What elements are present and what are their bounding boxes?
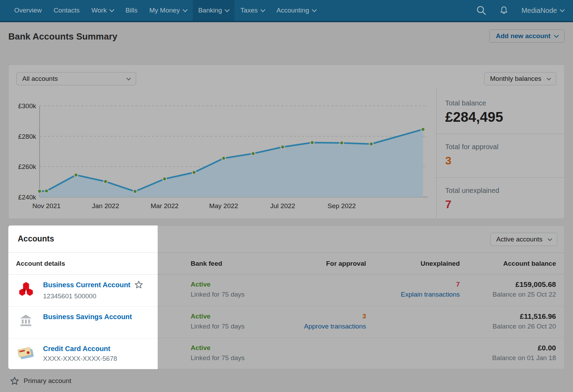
spotlight-accounts-column: Accounts Account details Business Curren… [8, 225, 158, 369]
total-balance-section: Total balance £284,495 [437, 89, 565, 134]
nav-item-overview[interactable]: Overview [8, 0, 48, 21]
approval-count: 3 [300, 311, 366, 321]
for-approval-cell: 3 Approve transactions [300, 306, 366, 338]
top-nav: Overview Contacts Work Bills My Money Ba… [0, 0, 573, 21]
nav-item-bills[interactable]: Bills [119, 0, 143, 21]
unexplained-count: 7 [366, 279, 460, 289]
account-row-business-current: Business Current Account 12345601 500000 [8, 275, 158, 306]
account-row-business-savings: Business Savings Account [8, 306, 158, 338]
nav-item-label: Accounting [276, 7, 309, 14]
explain-transactions-link[interactable] [366, 321, 460, 331]
user-menu[interactable]: MediaNode [522, 7, 564, 15]
unexplained-cell [366, 306, 460, 338]
explain-transactions-link[interactable]: Explain transactions [366, 289, 460, 299]
chevron-down-icon [312, 7, 317, 12]
approve-transactions-link[interactable] [300, 289, 366, 299]
account-name-link[interactable]: Business Savings Account [43, 313, 132, 321]
svg-text:Jan 2022: Jan 2022 [92, 202, 119, 210]
nav-item-my-money[interactable]: My Money [143, 0, 193, 21]
bank-feed-cell: Active Linked for 75 days [191, 338, 300, 369]
approval-count [300, 279, 366, 289]
bank-feed-cell: Active Linked for 75 days [191, 306, 300, 338]
chevron-down-icon [225, 7, 230, 12]
bell-icon[interactable] [499, 5, 509, 16]
nav-item-label: Taxes [240, 7, 258, 14]
feed-status: Active [191, 343, 300, 353]
search-icon[interactable] [476, 5, 487, 16]
balance-date: Balance on 01 Jan 18 [460, 353, 556, 363]
nav-item-banking[interactable]: Banking [193, 0, 235, 21]
account-row-credit-card: Credit Card Account XXXX-XXXX-XXXX-5678 [8, 338, 158, 370]
col-bank-feed: Bank feed [191, 260, 300, 267]
col-for-approval: For approval [300, 260, 366, 267]
primary-account-legend: Primary account [10, 377, 71, 385]
svg-text:Nov 2021: Nov 2021 [32, 202, 60, 210]
account-number: 12345601 500000 [43, 291, 143, 301]
balance-cell: £159,005.68 Balance on 25 Oct 22 [460, 274, 556, 306]
unexplained-cell: 7 Explain transactions [366, 274, 460, 306]
total-for-approval-label: Total for approval [445, 143, 565, 151]
bank-feed-cell: Active Linked for 75 days [191, 274, 300, 306]
accounts-filter-value: Active accounts [496, 236, 542, 243]
total-for-approval-section: Total for approval 3 [437, 134, 565, 177]
nav-item-accounting[interactable]: Accounting [271, 0, 322, 21]
total-for-approval-value: 3 [445, 154, 565, 167]
nav-item-contacts[interactable]: Contacts [48, 0, 85, 21]
total-balance-label: Total balance [445, 99, 565, 107]
accounts-filter-select[interactable]: Active accounts [490, 233, 557, 246]
account-name-link[interactable]: Business Current Account [43, 281, 131, 289]
unexplained-count [366, 311, 460, 321]
svg-text:Sep 2022: Sep 2022 [327, 202, 356, 210]
feed-status: Active [191, 311, 300, 321]
approve-transactions-link[interactable]: Approve transactions [300, 321, 366, 331]
col-unexplained: Unexplained [366, 260, 460, 267]
nav-item-label: Work [91, 7, 107, 14]
feed-status: Active [191, 279, 300, 289]
chevron-down-icon [183, 7, 188, 12]
feed-detail: Linked for 75 days [191, 353, 300, 363]
primary-star-icon[interactable] [135, 281, 143, 291]
nav-item-label: My Money [149, 7, 180, 14]
svg-text:£280k: £280k [18, 133, 36, 140]
for-approval-cell [300, 274, 366, 306]
balance-amount: £159,005.68 [460, 279, 556, 289]
account-details-header: Account details [8, 253, 158, 275]
user-name: MediaNode [522, 7, 557, 15]
feed-detail: Linked for 75 days [191, 289, 300, 299]
nav-item-label: Contacts [53, 7, 80, 14]
total-balance-value: £284,495 [445, 109, 565, 125]
balance-amount: £11,516.96 [460, 311, 556, 321]
chevron-down-icon [109, 7, 114, 12]
page-title: Bank Accounts Summary [8, 31, 117, 42]
svg-text:£240k: £240k [18, 194, 36, 201]
balance-date: Balance on 26 Oct 20 [460, 321, 556, 331]
nav-item-label: Overview [14, 7, 42, 14]
svg-text:£260k: £260k [18, 163, 36, 170]
star-icon [10, 377, 19, 385]
chevron-down-icon [560, 7, 565, 12]
balance-date: Balance on 25 Oct 22 [460, 289, 556, 299]
natwest-logo-icon [19, 281, 33, 299]
balances-chart-panel: All accounts Monthly balances £300k£280k… [8, 65, 565, 219]
account-name-link[interactable]: Credit Card Account [43, 345, 110, 352]
chevron-down-icon [260, 7, 265, 12]
svg-text:Mar 2022: Mar 2022 [151, 202, 178, 210]
total-unexplained-label: Total unexplained [445, 187, 565, 195]
nav-item-taxes[interactable]: Taxes [234, 0, 271, 21]
legend-label: Primary account [24, 377, 71, 385]
nav-item-work[interactable]: Work [85, 0, 119, 21]
feed-detail: Linked for 75 days [191, 321, 300, 331]
balance-amount: £0.00 [460, 343, 556, 353]
nav-item-label: Banking [198, 7, 222, 14]
chevron-down-icon [554, 33, 559, 38]
totals-sidebar: Total balance £284,495 Total for approva… [436, 89, 565, 219]
balance-cell: £11,516.96 Balance on 26 Oct 20 [460, 306, 556, 338]
page-header: Bank Accounts Summary Add new account [0, 22, 573, 65]
svg-text:Jul 2022: Jul 2022 [270, 202, 295, 210]
nav-item-label: Bills [125, 7, 138, 14]
total-unexplained-value: 7 [445, 198, 565, 211]
svg-text:May 2022: May 2022 [209, 202, 238, 210]
balance-cell: £0.00 Balance on 01 Jan 18 [460, 338, 556, 369]
add-new-account-button[interactable]: Add new account [489, 29, 565, 43]
col-account-balance: Account balance [460, 260, 556, 267]
